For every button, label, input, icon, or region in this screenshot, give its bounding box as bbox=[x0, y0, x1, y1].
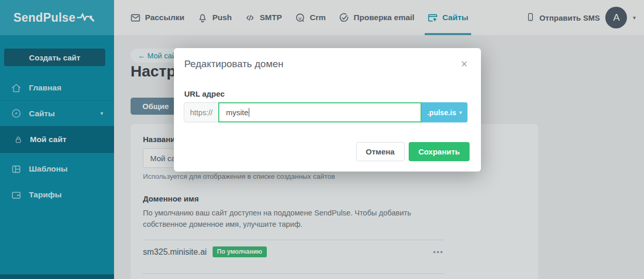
text-cursor bbox=[249, 108, 249, 117]
url-value: mysite bbox=[226, 108, 248, 117]
url-input[interactable]: mysite bbox=[218, 102, 422, 122]
suffix-label: .pulse.is bbox=[427, 109, 456, 117]
chevron-down-icon: ▾ bbox=[459, 110, 462, 115]
url-label: URL адрес bbox=[184, 89, 224, 98]
url-prefix: https:// bbox=[184, 102, 219, 122]
cancel-button[interactable]: Отмена bbox=[356, 142, 405, 161]
domain-suffix-dropdown[interactable]: .pulse.is ▾ bbox=[422, 102, 468, 122]
modal-actions: Отмена Сохранить bbox=[356, 142, 470, 161]
save-button[interactable]: Сохранить bbox=[409, 142, 470, 161]
close-icon[interactable]: × bbox=[461, 58, 468, 70]
modal-header: Редактировать домен × bbox=[174, 48, 481, 70]
app-window: SendPulse Создать сайт Главная Сайты ▾ bbox=[0, 0, 644, 279]
modal-title: Редактировать домен bbox=[184, 58, 283, 70]
edit-domain-modal: Редактировать домен × URL адрес https://… bbox=[174, 48, 481, 172]
url-input-group: https:// mysite .pulse.is ▾ bbox=[184, 102, 468, 122]
